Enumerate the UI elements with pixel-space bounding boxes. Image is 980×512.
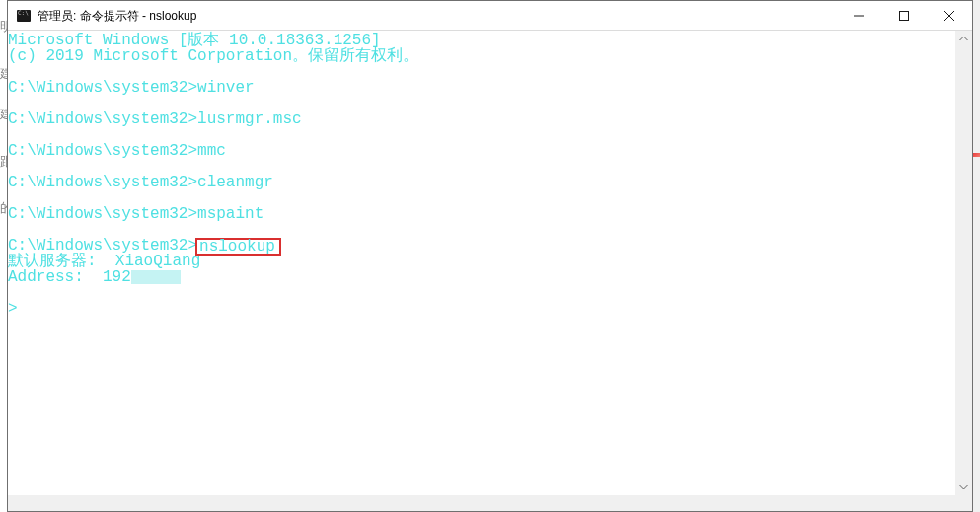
blank <box>8 285 955 301</box>
line-cmd-lusrmgr: C:\Windows\system32>lusrmgr.msc <box>8 111 955 127</box>
maximize-icon <box>899 11 909 21</box>
blank <box>8 222 955 238</box>
prompt: C:\Windows\system32> <box>8 79 197 97</box>
line-cmd-winver: C:\Windows\system32>winver <box>8 80 955 96</box>
prompt: C:\Windows\system32> <box>8 174 197 191</box>
blank <box>8 96 955 111</box>
minimize-icon <box>854 11 864 21</box>
scrollbar-corner <box>955 495 972 511</box>
scroll-down-button[interactable] <box>955 478 972 495</box>
line-default-server: 默认服务器: XiaoQiang <box>8 254 955 269</box>
titlebar[interactable]: 管理员: 命令提示符 - nslookup <box>8 1 972 31</box>
line-address: Address: 192 <box>8 269 955 285</box>
window-controls <box>836 1 972 30</box>
blank <box>8 127 955 143</box>
right-edge-red-sliver <box>972 153 980 157</box>
line-cmd-cleanmgr: C:\Windows\system32>cleanmgr <box>8 175 955 190</box>
line-cmd-nslookup: C:\Windows\system32>nslookup <box>8 238 955 254</box>
gutter-char: 建 <box>0 95 7 134</box>
cmd-text: winver <box>197 79 255 97</box>
horizontal-scrollbar[interactable] <box>8 495 955 511</box>
chevron-up-icon <box>959 35 968 43</box>
maximize-button[interactable] <box>881 1 927 30</box>
window-title: 管理员: 命令提示符 - nslookup <box>38 1 836 31</box>
blank <box>8 190 955 206</box>
close-button[interactable] <box>927 1 972 30</box>
address-value: 192 <box>103 268 131 286</box>
cmd-icon <box>16 8 32 24</box>
prompt: C:\Windows\system32> <box>8 142 197 160</box>
prompt: C:\Windows\system32> <box>8 110 197 128</box>
prompt: C:\Windows\system32> <box>8 205 197 223</box>
svg-rect-0 <box>900 11 909 20</box>
hscroll-track[interactable] <box>8 495 955 511</box>
blank <box>8 159 955 175</box>
line-cmd-mspaint: C:\Windows\system32>mspaint <box>8 206 955 222</box>
redacted-ip <box>131 270 181 284</box>
highlighted-command-box: nslookup <box>195 238 281 256</box>
line-version: Microsoft Windows [版本 10.0.18363.1256] <box>8 33 955 48</box>
gutter-char: 跟 <box>0 134 7 188</box>
close-icon <box>944 11 954 21</box>
minimize-button[interactable] <box>836 1 881 30</box>
line-sub-prompt: > <box>8 301 955 317</box>
gutter-char: 建 <box>0 52 7 95</box>
terminal-area: Microsoft Windows [版本 10.0.18363.1256](c… <box>8 31 972 511</box>
cmd-text: nslookup <box>199 238 275 256</box>
scroll-up-button[interactable] <box>955 31 972 47</box>
gutter-char: 的 <box>0 188 7 228</box>
line-copyright: (c) 2019 Microsoft Corporation。保留所有权利。 <box>8 48 955 64</box>
vertical-scrollbar[interactable] <box>955 31 972 495</box>
vscroll-track[interactable] <box>955 47 972 478</box>
cmd-text: mspaint <box>197 205 264 223</box>
left-gutter: 明 建 建 跟 的 <box>0 0 7 512</box>
line-cmd-mmc: C:\Windows\system32>mmc <box>8 143 955 159</box>
command-prompt-window: 管理员: 命令提示符 - nslookup Microsoft Windows … <box>7 0 973 512</box>
cmd-text: lusrmgr.msc <box>197 110 302 128</box>
address-label: Address: <box>8 268 103 286</box>
terminal-output[interactable]: Microsoft Windows [版本 10.0.18363.1256](c… <box>8 31 955 495</box>
blank <box>8 64 955 80</box>
cmd-text: cleanmgr <box>197 174 273 191</box>
cmd-text: mmc <box>197 142 226 160</box>
chevron-down-icon <box>959 482 968 491</box>
gutter-char: 明 <box>0 0 7 52</box>
